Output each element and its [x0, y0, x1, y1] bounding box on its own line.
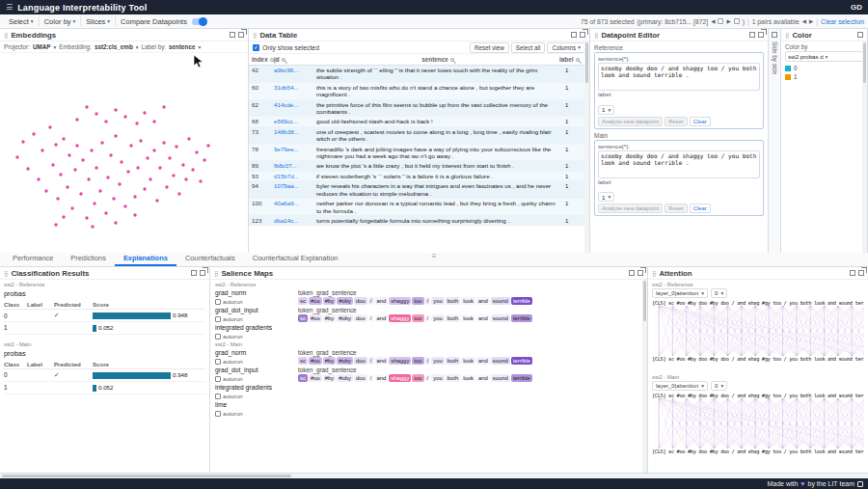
scatter-point[interactable] [93, 202, 95, 204]
resize-handle-icon[interactable]: ≡ [432, 252, 437, 260]
drag-handle-icon[interactable]: ⣿ [594, 32, 598, 39]
scatter-point[interactable] [41, 149, 43, 151]
table-row[interactable]: 62414cde...the primitive force of this f… [249, 100, 584, 118]
scatter-point[interactable] [37, 177, 40, 180]
cell-id[interactable]: 414cde... [274, 101, 316, 116]
search-icon[interactable] [576, 58, 580, 62]
user-initials[interactable]: GD [851, 3, 862, 12]
scatter-point[interactable] [59, 173, 62, 176]
scatter-point[interactable] [118, 182, 121, 185]
drag-handle-icon[interactable]: ⣿ [4, 32, 8, 39]
scatter-point[interactable] [133, 213, 136, 216]
columns-button[interactable]: Columns▾ [547, 42, 585, 53]
popout-icon[interactable] [580, 32, 585, 38]
scatter-point[interactable] [70, 206, 73, 209]
scatter-point[interactable] [95, 166, 97, 169]
autorun-checkbox[interactable] [215, 299, 221, 305]
table-row[interactable]: 6031db54...this is a story of two misfit… [249, 83, 584, 100]
scatter-point[interactable] [162, 105, 165, 108]
label-select[interactable]: 1▾ [598, 105, 614, 115]
scatter-point[interactable] [48, 125, 51, 128]
scatter-point[interactable] [15, 155, 18, 158]
scatter-point[interactable] [155, 199, 158, 202]
side-by-side-toggle-icon[interactable] [772, 32, 777, 38]
horizontal-scrollbar[interactable] [0, 473, 868, 478]
search-icon[interactable] [270, 58, 274, 62]
column-header-index[interactable]: index↕ [249, 56, 274, 63]
cell-id[interactable]: 148b38... [274, 128, 316, 143]
tab-explanations[interactable]: Explanations [115, 252, 176, 266]
popout-icon[interactable] [200, 270, 205, 276]
scatter-point[interactable] [91, 225, 94, 228]
scatter-point[interactable] [73, 168, 76, 171]
scatter-point[interactable] [199, 179, 202, 182]
scatter-point[interactable] [62, 137, 65, 140]
scatter-point[interactable] [191, 168, 194, 171]
table-row[interactable]: 123dba14c...turns potentially forgettabl… [249, 216, 584, 226]
scatter-point[interactable] [187, 137, 190, 140]
scatter-point[interactable] [123, 115, 126, 118]
scatter-points[interactable] [0, 53, 247, 252]
colorby-select[interactable]: sst2 probas class▾ [785, 51, 863, 62]
scatter-point[interactable] [95, 112, 97, 115]
scatter-point[interactable] [87, 177, 90, 180]
scatter-point[interactable] [75, 144, 78, 147]
scatter-point[interactable] [152, 149, 155, 151]
table-row[interactable]: 73148b38...one of creepiest , scariest m… [249, 127, 584, 145]
scatter-point[interactable] [143, 111, 146, 114]
labelby-select[interactable]: sentence [169, 43, 195, 50]
scatter-point[interactable] [126, 170, 129, 173]
scatter-point[interactable] [109, 153, 112, 156]
scatter-point[interactable] [75, 118, 78, 121]
autorun-checkbox[interactable] [215, 334, 221, 340]
table-row[interactable]: 789e79ee...fresnadillo 's dark and jolti… [249, 145, 584, 162]
projector-select[interactable]: UMAP [33, 43, 51, 50]
scatter-point[interactable] [143, 187, 146, 190]
drag-handle-icon[interactable]: ⣿ [4, 270, 8, 277]
scatter-point[interactable] [85, 105, 88, 108]
table-row[interactable]: 941079aa...byler reveals his characters … [249, 181, 584, 199]
scatter-point[interactable] [51, 163, 54, 166]
cell-id[interactable]: d15b7d... [274, 173, 316, 179]
popout-icon[interactable] [238, 32, 244, 38]
cell-id[interactable]: 9e79ee... [274, 146, 316, 160]
tab-counterfactual-explanation[interactable]: Counterfactual Explanation [244, 252, 347, 266]
maximize-icon[interactable] [191, 270, 197, 276]
column-header-sentence[interactable]: sentence [316, 56, 559, 63]
embedding-select[interactable]: sst2:cls_emb [95, 43, 133, 50]
tab-predictions[interactable]: Predictions [62, 252, 115, 266]
tab-counterfactuals[interactable]: Counterfactuals [176, 252, 244, 266]
autorun-checkbox[interactable] [215, 376, 221, 382]
vertical-scrollbar[interactable] [862, 41, 867, 253]
scatter-point[interactable] [114, 221, 117, 224]
clear-selection-button[interactable]: Clear selection [821, 18, 864, 25]
scatter-point[interactable] [206, 144, 209, 147]
table-row[interactable]: 42a9bc96...the subtle strength of `` ell… [249, 66, 584, 83]
drag-handle-icon[interactable]: ⣿ [652, 270, 656, 277]
scatter-point[interactable] [146, 156, 149, 159]
scrollbar-thumb[interactable] [643, 281, 646, 321]
scatter-point[interactable] [168, 156, 171, 159]
scatter-point[interactable] [123, 204, 126, 207]
autorun-checkbox[interactable] [215, 316, 221, 322]
prev-datapoint-button[interactable]: ◀ [711, 18, 715, 24]
label-select[interactable]: 1▾ [598, 192, 614, 202]
favorite-datapoint-icon[interactable] [734, 18, 740, 24]
table-row[interactable]: 10040a6a9...neither parker nor donovan i… [249, 199, 584, 216]
popout-icon[interactable] [758, 32, 764, 38]
autorun-checkbox[interactable] [215, 411, 221, 417]
prev-pair-button[interactable]: ◀ [802, 18, 806, 24]
maximize-icon[interactable] [857, 32, 863, 38]
scatter-point[interactable] [26, 167, 29, 170]
embedding-scatter-plot[interactable] [0, 53, 248, 253]
next-pair-button[interactable]: ▶ [809, 18, 813, 24]
scatter-point[interactable] [129, 144, 132, 147]
column-header-label[interactable]: label [559, 56, 584, 63]
scatter-point[interactable] [149, 177, 151, 180]
attention-head-select[interactable]: 0▾ [711, 381, 727, 391]
scatter-point[interactable] [21, 140, 24, 143]
scatter-point[interactable] [104, 120, 107, 122]
slices-menu[interactable]: Slices▾ [81, 16, 116, 26]
compare-datapoints-toggle[interactable]: Compare Datapoints [116, 16, 211, 26]
sentence-input[interactable] [598, 150, 760, 178]
